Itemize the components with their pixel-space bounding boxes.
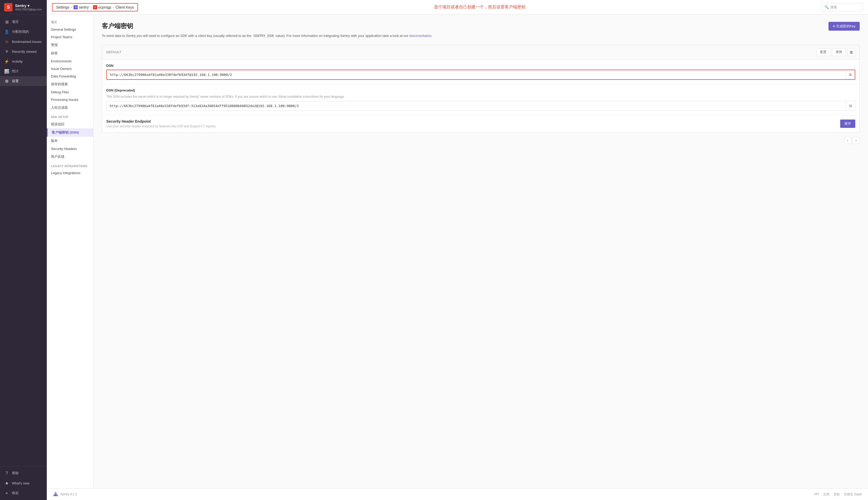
expand-button[interactable]: 展开 — [840, 120, 855, 128]
trash-icon: 🗑 — [849, 50, 853, 54]
ocpmgp-project-icon: o — [93, 5, 97, 9]
breadcrumb-sep-2: › — [90, 5, 91, 9]
dsn-input[interactable] — [107, 70, 846, 79]
content-area: 项目 General Settings Project Teams 警报 标签 … — [47, 14, 868, 488]
star-icon: ★ — [4, 480, 9, 486]
nav-releases[interactable]: 版本 — [47, 137, 93, 145]
org-email: 409178623@qq.com — [15, 8, 42, 11]
search-icon: 🔍 — [825, 5, 829, 9]
dsn-deprecated-note: This DSN includes the secret which is no… — [106, 94, 855, 99]
sidebar-item-bookmarked[interactable]: ☆ Bookmarked issues — [0, 37, 47, 46]
right-panel: ⊕ 生成新的Key 客户端密钥 To send data to Sentry y… — [93, 14, 868, 488]
dsn-deprecated-copy-button[interactable]: ⧉ — [846, 102, 855, 110]
security-header-row: Security Header Endpoint Use your securi… — [106, 119, 855, 128]
breadcrumb-client-keys[interactable]: Client Keys — [116, 5, 134, 9]
nav-alerts[interactable]: 警报 — [47, 41, 93, 49]
dsn-deprecated-input[interactable] — [106, 101, 846, 111]
doc-link[interactable]: documentation — [409, 34, 431, 38]
breadcrumb-ocpmgp[interactable]: o ocpmgp — [93, 5, 111, 9]
nav-issue-owners[interactable]: Issue Owners — [47, 65, 93, 72]
main-area: Settings › S sentry › o ocpmgp › Client … — [47, 0, 868, 500]
nav-error-tracking[interactable]: 错误追踪 — [47, 120, 93, 128]
sentry-project-icon: S — [73, 5, 78, 9]
breadcrumb: Settings › S sentry › o ocpmgp › Client … — [52, 3, 138, 11]
sidebar-header: S Sentry ▾ 409178623@qq.com — [0, 0, 47, 15]
sidebar-item-label: 收起 — [12, 491, 19, 495]
sidebar-item-label: Bookmarked issues — [12, 40, 41, 44]
footer-api-link[interactable]: API — [814, 492, 819, 497]
search-box[interactable]: 🔍 搜索 — [821, 3, 863, 11]
nav-inbound-filters[interactable]: 入站过滤器 — [47, 103, 93, 112]
sidebar-item-stats[interactable]: 📊 统计 — [0, 66, 47, 76]
nav-security-headers[interactable]: Security Headers — [47, 145, 93, 152]
sidebar-item-label: 项目 — [12, 20, 19, 24]
search-placeholder: 搜索 — [830, 5, 837, 10]
nav-data-forwarding[interactable]: Data Forwarding — [47, 72, 93, 80]
nav-environments[interactable]: Environments — [47, 57, 93, 65]
sidebar-item-label: 帮助 — [12, 471, 19, 476]
sidebar-item-projects[interactable]: ⊞ 项目 — [0, 17, 47, 27]
org-name[interactable]: Sentry ▾ — [15, 4, 42, 8]
sdk-section: SDK SETUP 错误追踪 客户端密钥 (DSN) 版本 Security H… — [47, 114, 93, 161]
sidebar-item-activity[interactable]: ⚡ Activity — [0, 56, 47, 66]
configure-button[interactable]: 配置 — [816, 48, 830, 56]
legacy-section: LEGACY INTEGRATIONS Legacy Integrations — [47, 163, 93, 177]
dsn-input-wrap: ⧉ — [106, 70, 855, 80]
grid-icon: ⊞ — [4, 19, 9, 24]
footer-docs-link[interactable]: 文档 — [823, 492, 829, 497]
stats-icon: 📊 — [4, 69, 9, 74]
sidebar-item-collapse[interactable]: « 收起 — [0, 488, 47, 498]
list-icon: ≡ — [4, 49, 9, 54]
nav-tags[interactable]: 标签 — [47, 49, 93, 57]
project-section-title: 项目 — [47, 19, 93, 26]
sidebar-item-assigned[interactable]: 👤 分配给我的 — [0, 27, 47, 37]
key-card-label: DEFAULT — [106, 50, 121, 54]
breadcrumb-sentry[interactable]: S sentry — [73, 5, 89, 9]
disable-button[interactable]: 禁用 — [832, 48, 846, 56]
project-section: 项目 General Settings Project Teams 警报 标签 … — [47, 19, 93, 112]
key-card-header: DEFAULT 配置 禁用 🗑 — [102, 45, 859, 59]
footer-contribute-link[interactable]: 贡献 — [833, 492, 840, 497]
nav-client-keys[interactable]: 客户端密钥 (DSN) — [47, 128, 93, 137]
app-footer: Sentry 9.1.2 API 文档 贡献 迁移至 SaaS — [47, 488, 868, 500]
nav-user-feedback[interactable]: 用户反馈 — [47, 152, 93, 161]
footer-migrate-link[interactable]: 迁移至 SaaS — [844, 492, 862, 497]
nav-general-settings[interactable]: General Settings — [47, 26, 93, 33]
nav-processing-issues[interactable]: Processing Issues — [47, 96, 93, 103]
footer-logo: Sentry 9.1.2 — [53, 492, 77, 497]
breadcrumb-sep-3: › — [113, 5, 114, 9]
footer-links: API 文档 贡献 迁移至 SaaS — [814, 492, 862, 497]
sidebar-item-label: Activity — [12, 59, 23, 64]
generate-key-button[interactable]: ⊕ 生成新的Key — [829, 22, 860, 31]
dsn-deprecated-section: DSN (Deprecated) This DSN includes the s… — [102, 84, 859, 115]
footer-version: Sentry 9.1.2 — [60, 492, 77, 496]
sidebar: S Sentry ▾ 409178623@qq.com ⊞ 项目 👤 分配给我的… — [0, 0, 47, 500]
sidebar-item-settings[interactable]: ⚙ 设置 — [0, 76, 47, 86]
dsn-deprecated-input-wrap: ⧉ — [106, 101, 855, 111]
user-icon: 👤 — [4, 29, 9, 34]
breadcrumb-sep-1: › — [71, 5, 72, 9]
copy-icon-2: ⧉ — [849, 104, 852, 108]
nav-project-teams[interactable]: Project Teams — [47, 33, 93, 41]
sidebar-item-help[interactable]: ? 帮助 — [0, 468, 47, 478]
nav-debug-files[interactable]: Debug Files — [47, 88, 93, 96]
sidebar-item-recently[interactable]: ≡ Recently viewed — [0, 46, 47, 56]
activity-icon: ⚡ — [4, 59, 9, 64]
sdk-section-title: SDK SETUP — [47, 114, 93, 120]
breadcrumb-settings[interactable]: Settings — [56, 5, 69, 9]
help-icon: ? — [4, 470, 9, 476]
nav-legacy-integrations[interactable]: Legacy Integrations — [47, 169, 93, 177]
sidebar-item-whatsnew[interactable]: ★ What's new — [0, 478, 47, 488]
settings-icon: ⚙ — [4, 79, 9, 84]
copy-icon: ⧉ — [849, 72, 852, 77]
nav-saved-searches[interactable]: 保存的搜索 — [47, 80, 93, 88]
sidebar-footer: ? 帮助 ★ What's new « 收起 — [0, 466, 47, 500]
security-header-title: Security Header Endpoint — [106, 119, 840, 123]
sentry-logo-icon — [53, 492, 58, 497]
prev-page-button[interactable]: ‹ — [844, 137, 852, 144]
next-page-button[interactable]: › — [853, 137, 860, 144]
org-info: Sentry ▾ 409178623@qq.com — [15, 4, 42, 11]
dsn-copy-button[interactable]: ⧉ — [846, 70, 855, 79]
delete-button[interactable]: 🗑 — [847, 48, 855, 56]
avatar: S — [4, 3, 12, 11]
